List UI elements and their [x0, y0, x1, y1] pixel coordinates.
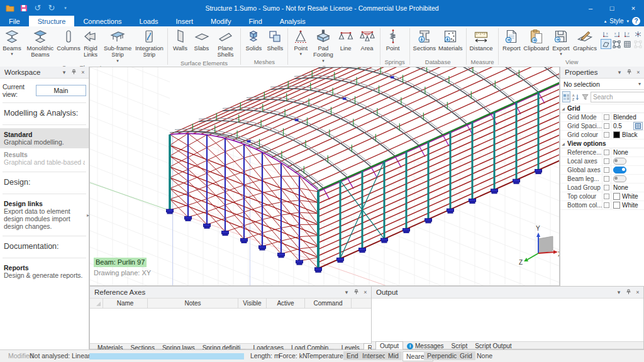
- tab-file[interactable]: File: [0, 16, 29, 26]
- snap-button-mid[interactable]: Mid: [385, 351, 402, 360]
- tab-connections[interactable]: Connections: [74, 16, 130, 26]
- style-label[interactable]: Style: [609, 18, 623, 25]
- view-ucs-rotate-button[interactable]: x: [611, 29, 622, 39]
- filter-icon[interactable]: [581, 91, 589, 102]
- open-folder-icon[interactable]: [5, 3, 15, 13]
- close-button[interactable]: ×: [623, 0, 644, 16]
- force-unit-label[interactable]: Force: kN: [279, 352, 308, 359]
- pin-icon[interactable]: [70, 69, 77, 76]
- workspace-item-reports[interactable]: ReportsDesign & generate reports.: [0, 261, 89, 282]
- clipboard-button[interactable]: Clipboard: [522, 28, 550, 52]
- view-plane-button[interactable]: [601, 39, 611, 49]
- length-unit-label[interactable]: Length: m: [250, 352, 280, 359]
- view-ucs-axes-button[interactable]: [633, 29, 643, 39]
- view-ucs-corner-button[interactable]: x: [601, 29, 611, 39]
- search-input[interactable]: [591, 92, 644, 102]
- pin-icon[interactable]: [625, 289, 631, 296]
- plane-shells-button[interactable]: Plane Shells: [213, 28, 239, 59]
- column-header-active[interactable]: Active: [267, 299, 305, 308]
- property-row-grid-spaci[interactable]: Grid Spaci...0.5: [560, 122, 644, 131]
- close-panel-icon[interactable]: ×: [635, 289, 641, 295]
- selection-dropdown[interactable]: No selection ▾: [560, 79, 644, 90]
- toggle-local-axes[interactable]: [613, 158, 626, 165]
- line-support-button[interactable]: Line: [335, 28, 357, 52]
- tab-loads[interactable]: Loads: [131, 16, 167, 26]
- property-row-global-axes[interactable]: Global axes: [560, 166, 644, 175]
- graphics-button[interactable]: Graphics: [572, 28, 598, 52]
- materials-button[interactable]: Materials: [437, 28, 464, 52]
- categorize-button[interactable]: [562, 91, 570, 102]
- rigid-links-button[interactable]: Rigid Links: [79, 28, 102, 59]
- point-support-button[interactable]: Point▾: [290, 28, 311, 57]
- table-corner-cell[interactable]: [90, 299, 103, 308]
- panel-menu-icon[interactable]: ▾: [616, 69, 623, 75]
- close-panel-icon[interactable]: ×: [635, 69, 641, 75]
- tab-analysis[interactable]: Analysis: [271, 16, 314, 26]
- slabs-button[interactable]: Slabs: [191, 28, 213, 52]
- current-view-input[interactable]: [36, 85, 86, 96]
- tab-find[interactable]: Find: [240, 16, 270, 26]
- property-row-load-group[interactable]: Load GroupNone: [560, 184, 644, 192]
- workspace-item-results[interactable]: ResultsGraphical and table-based analysi…: [0, 148, 89, 168]
- close-panel-icon[interactable]: ×: [362, 289, 369, 295]
- sub-frame-strip-button[interactable]: Sub-frame Strip▾: [102, 28, 133, 63]
- calculator-button[interactable]: [633, 122, 643, 130]
- monolithic-beams-button[interactable]: Monolithic Beams: [23, 28, 58, 59]
- snap-button-none[interactable]: None: [474, 351, 496, 360]
- property-group-grid[interactable]: ◢Grid: [560, 104, 644, 113]
- integration-strip-button[interactable]: Integration Strip: [133, 28, 165, 59]
- distance-button[interactable]: Distance: [468, 28, 494, 52]
- column-header-visible[interactable]: Visible: [238, 299, 267, 308]
- panel-menu-icon[interactable]: ▾: [616, 289, 622, 295]
- output-console[interactable]: [372, 299, 643, 342]
- minimize-button[interactable]: –: [580, 0, 601, 16]
- help-button[interactable]: ?: [632, 17, 640, 25]
- column-header-notes[interactable]: Notes: [148, 299, 238, 308]
- point-spring-button[interactable]: Point: [382, 28, 404, 52]
- quick-access-chevron-icon[interactable]: ▾: [60, 3, 70, 13]
- columns-button[interactable]: Columns: [58, 28, 79, 52]
- view-frame-button[interactable]: [611, 39, 622, 49]
- table-body[interactable]: [90, 309, 371, 344]
- column-header-name[interactable]: Name: [103, 299, 148, 308]
- view-frame-grid-button[interactable]: [622, 39, 633, 49]
- toggle-global-axes[interactable]: [613, 167, 626, 173]
- tab-output[interactable]: Output: [375, 341, 403, 350]
- property-group-view-options[interactable]: ◢View options: [560, 140, 644, 148]
- close-panel-icon[interactable]: ×: [80, 69, 86, 75]
- sort-alpha-button[interactable]: AZ: [572, 91, 580, 102]
- property-row-beam-leg[interactable]: Beam leg...: [560, 175, 644, 184]
- tab-modify[interactable]: Modify: [202, 16, 240, 26]
- export-button[interactable]: Export▾: [550, 28, 572, 57]
- toggle-beam-leg[interactable]: [613, 175, 626, 182]
- panel-menu-icon[interactable]: ▾: [343, 289, 350, 295]
- workspace-item-design-links[interactable]: Design linksExport data to element desig…: [0, 197, 89, 233]
- pin-icon[interactable]: [353, 289, 359, 296]
- walls-button[interactable]: Walls: [170, 28, 191, 52]
- save-icon[interactable]: [19, 3, 29, 13]
- view-ucs-z-button[interactable]: z: [622, 29, 633, 39]
- snap-button-grid[interactable]: Grid: [457, 351, 475, 360]
- column-header-command[interactable]: Command: [305, 299, 352, 308]
- pin-icon[interactable]: [626, 69, 632, 76]
- sections-button[interactable]: Sections: [412, 28, 437, 52]
- style-chevron-icon[interactable]: ▾: [626, 19, 629, 24]
- view-frame-off-button[interactable]: [633, 39, 643, 49]
- property-row-grid-mode[interactable]: Grid ModeBlended: [560, 113, 644, 122]
- workspace-item-standard[interactable]: StandardGraphical modelling.: [0, 128, 89, 148]
- tab-insert[interactable]: Insert: [167, 16, 203, 26]
- solids-button[interactable]: Solids: [243, 28, 264, 52]
- model-viewport[interactable]: YXZ Beam: Purlin 97 Drawing plane: XY: [89, 67, 560, 286]
- property-row-local-axes[interactable]: Local axes: [560, 157, 644, 166]
- property-row-reference[interactable]: Reference...None: [560, 148, 644, 157]
- tab-structure[interactable]: Structure: [29, 16, 75, 26]
- shells-button[interactable]: Shells: [264, 28, 286, 52]
- undo-icon[interactable]: ↺: [33, 3, 43, 13]
- panel-menu-icon[interactable]: ▾: [61, 69, 67, 75]
- report-button[interactable]: Report: [501, 28, 522, 52]
- property-row-bottom-col[interactable]: Bottom col...White: [560, 201, 644, 210]
- redo-icon[interactable]: ↻: [47, 3, 57, 13]
- area-support-button[interactable]: Area: [357, 28, 378, 52]
- collapse-ribbon-icon[interactable]: ▴: [604, 19, 607, 24]
- pad-footing-button[interactable]: Pad Footing▾: [311, 28, 335, 63]
